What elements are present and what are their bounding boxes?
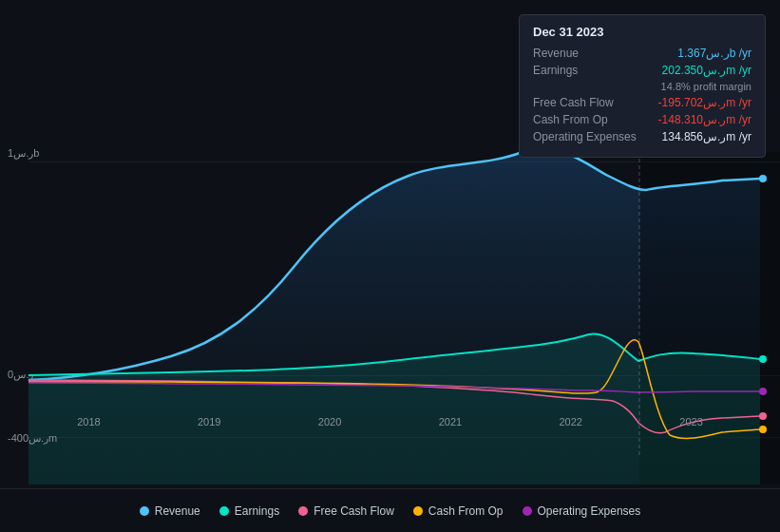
chart-legend: Revenue Earnings Free Cash Flow Cash Fro… [0,488,780,532]
x-label-2023: 2023 [679,416,702,428]
legend-dot-revenue [140,506,149,516]
tooltip-revenue-value: 1.367ر.سb /yr [677,47,751,60]
tooltip-fcf-value: -195.702ر.سm /yr [658,96,751,109]
svg-point-3 [759,355,767,363]
legend-dot-opex [523,506,532,516]
legend-fcf[interactable]: Free Cash Flow [298,504,394,518]
svg-point-2 [759,175,767,182]
y-label-bot: -400ر.سm [8,432,57,445]
x-label-2022: 2022 [559,416,581,428]
legend-revenue[interactable]: Revenue [140,504,200,518]
tooltip-opex-value: 134.856ر.سm /yr [662,130,751,143]
legend-label-cfo: Cash From Op [428,504,504,518]
legend-opex[interactable]: Operating Expenses [523,504,641,518]
legend-label-revenue: Revenue [155,504,200,518]
tooltip-cfo-row: Cash From Op -148.310ر.سm /yr [533,113,751,126]
chart-area: 1ر.سb 0ر.س -400ر.سm 2018 2019 2020 2021 … [0,0,780,484]
tooltip-cfo-label: Cash From Op [533,113,608,126]
x-label-2019: 2019 [198,416,220,428]
x-label-2018: 2018 [77,416,100,428]
tooltip-revenue-label: Revenue [533,47,579,60]
tooltip-fcf-row: Free Cash Flow -195.702ر.سm /yr [533,96,751,109]
svg-point-6 [759,388,767,395]
legend-dot-earnings [219,506,229,516]
legend-dot-cfo [413,506,423,516]
tooltip-profit-margin: 14.8% profit margin [661,81,751,92]
x-label-2021: 2021 [439,416,462,428]
legend-label-earnings: Earnings [235,504,279,518]
legend-label-opex: Operating Expenses [538,504,641,518]
x-axis: 2018 2019 2020 2021 2022 2023 [0,416,780,428]
legend-cfo[interactable]: Cash From Op [413,504,504,518]
legend-label-fcf: Free Cash Flow [314,504,394,518]
legend-earnings[interactable]: Earnings [219,504,279,518]
y-label-mid: 0ر.س [8,369,33,381]
tooltip-earnings-value: 202.350ر.سm /yr [662,64,751,77]
tooltip-opex-label: Operating Expenses [533,130,637,143]
tooltip-revenue-row: Revenue 1.367ر.سb /yr [533,47,751,60]
tooltip-profit-margin-row: 14.8% profit margin [533,81,751,92]
x-label-2020: 2020 [318,416,341,428]
tooltip-date: Dec 31 2023 [533,25,751,39]
y-label-top: 1ر.سb [8,147,39,160]
tooltip-cfo-value: -148.310ر.سm /yr [658,113,751,126]
tooltip-earnings-label: Earnings [533,64,578,77]
legend-dot-fcf [298,506,308,516]
tooltip-fcf-label: Free Cash Flow [533,96,614,109]
tooltip-earnings-row: Earnings 202.350ر.سm /yr [533,64,751,77]
tooltip-box: Dec 31 2023 Revenue 1.367ر.سb /yr Earnin… [519,14,766,158]
tooltip-opex-row: Operating Expenses 134.856ر.سm /yr [533,130,751,143]
